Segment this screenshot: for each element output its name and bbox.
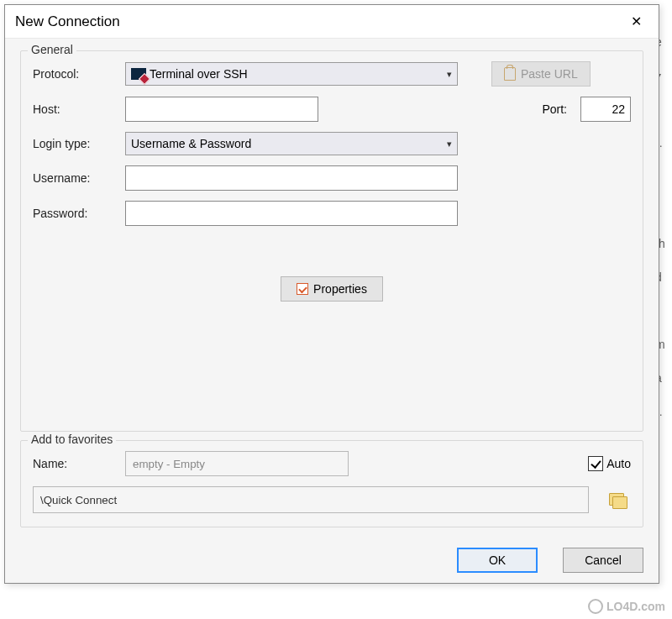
watermark-text: LO4D.com [606,600,665,613]
check-icon [297,283,308,295]
favorites-legend: Add to favorites [28,433,116,446]
login-type-row: Login type: Username & Password ▾ [33,132,631,155]
cancel-button[interactable]: Cancel [563,548,643,573]
auto-checkbox[interactable] [588,456,603,471]
host-input[interactable] [125,97,318,122]
globe-icon [588,599,603,614]
ok-button[interactable]: OK [457,548,538,573]
close-icon[interactable]: ✕ [624,10,648,33]
username-row: Username: [33,165,631,191]
chevron-down-icon: ▾ [447,139,452,150]
auto-checkbox-wrap[interactable]: Auto [588,456,631,471]
favorite-path-input[interactable] [33,486,589,513]
username-label: Username: [33,171,117,185]
protocol-combo[interactable]: Terminal over SSH ▾ [125,62,458,86]
favorite-name-row: Name: Auto [33,451,631,476]
login-type-label: Login type: [33,137,117,150]
host-row: Host: Port: [33,97,631,122]
auto-label: Auto [606,457,631,470]
favorite-name-label: Name: [33,457,117,470]
username-input[interactable] [125,165,458,191]
general-group: General Protocol: Terminal over SSH ▾ Pa… [20,50,643,432]
dialog-body: General Protocol: Terminal over SSH ▾ Pa… [5,39,659,583]
password-row: Password: [33,201,631,226]
terminal-icon [131,68,146,80]
protocol-value: Terminal over SSH [150,67,248,81]
paste-url-button[interactable]: Paste URL [491,61,591,87]
port-label: Port: [542,102,567,116]
protocol-label: Protocol: [33,67,117,81]
properties-row: Properties [33,276,631,302]
dialog-buttons: OK Cancel [20,548,643,573]
dialog-title: New Connection [15,13,120,30]
favorite-path-row [33,486,631,513]
watermark: LO4D.com [588,599,665,614]
browse-folder-button[interactable] [604,486,631,513]
properties-button[interactable]: Properties [281,276,383,302]
new-connection-dialog: New Connection ✕ General Protocol: Termi… [4,4,659,584]
password-input[interactable] [125,201,458,226]
properties-label: Properties [313,282,367,296]
protocol-row: Protocol: Terminal over SSH ▾ Paste URL [33,61,631,87]
folder-icon [609,493,626,506]
password-label: Password: [33,207,117,220]
titlebar: New Connection ✕ [5,5,659,39]
clipboard-icon [504,67,516,81]
favorite-name-input[interactable] [125,451,349,476]
login-type-value: Username & Password [131,137,251,150]
login-type-combo[interactable]: Username & Password ▾ [125,132,458,155]
favorites-group: Add to favorites Name: Auto [20,440,643,527]
general-legend: General [28,43,76,56]
chevron-down-icon: ▾ [447,69,452,80]
paste-url-label: Paste URL [521,67,578,81]
port-input[interactable] [580,97,631,122]
host-label: Host: [33,102,117,116]
